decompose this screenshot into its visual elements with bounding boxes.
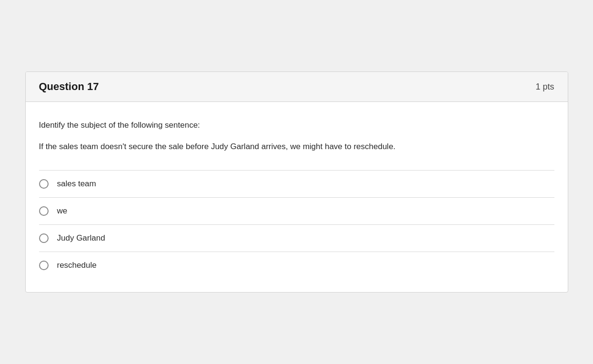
options-list: sales teamweJudy Garlandreschedule xyxy=(39,171,554,279)
radio-1[interactable] xyxy=(39,179,49,189)
question-card: Question 17 1 pts Identify the subject o… xyxy=(25,71,568,293)
question-header: Question 17 1 pts xyxy=(26,72,568,102)
radio-4[interactable] xyxy=(39,261,49,270)
question-sentence: If the sales team doesn't secure the sal… xyxy=(39,140,554,153)
option-item-3[interactable]: Judy Garland xyxy=(39,225,554,252)
option-item-2[interactable]: we xyxy=(39,198,554,225)
option-item-1[interactable]: sales team xyxy=(39,171,554,198)
question-prompt: Identify the subject of the following se… xyxy=(39,119,554,131)
question-body: Identify the subject of the following se… xyxy=(26,102,568,292)
option-item-4[interactable]: reschedule xyxy=(39,252,554,279)
option-label-1: sales team xyxy=(57,179,96,189)
question-title: Question 17 xyxy=(39,81,99,93)
option-label-2: we xyxy=(57,206,68,216)
option-label-3: Judy Garland xyxy=(57,233,105,243)
radio-3[interactable] xyxy=(39,233,49,243)
radio-2[interactable] xyxy=(39,206,49,216)
question-points: 1 pts xyxy=(535,82,554,92)
option-label-4: reschedule xyxy=(57,261,97,270)
